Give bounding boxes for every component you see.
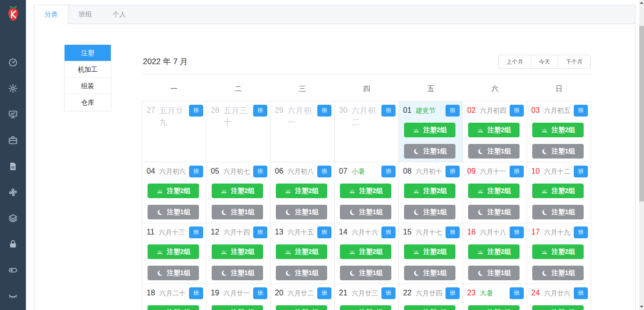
shift-badge[interactable]: 班 [381,166,396,177]
shift-badge[interactable]: 班 [510,287,524,299]
settings-icon[interactable] [0,75,26,101]
shift-badge[interactable]: 班 [574,226,588,238]
shift-badge[interactable]: 班 [574,287,588,299]
day-shift-button[interactable]: 注塑2组 [212,184,263,198]
monitor-chart-icon[interactable] [0,101,26,127]
day-shift-button[interactable]: 注塑2组 [468,184,520,198]
shift-badge[interactable]: 班 [446,287,460,299]
shift-badge[interactable]: 班 [317,287,331,299]
day-shift-button[interactable]: 注塑2组 [404,123,455,137]
night-shift-button[interactable]: 注塑1组 [468,266,520,280]
night-shift-button[interactable]: 注塑1组 [468,144,520,159]
night-shift-button[interactable]: 注塑1组 [148,205,199,219]
calendar-day-cell[interactable]: 09六月十一班注塑2组注塑1组 [463,162,527,223]
day-shift-button[interactable]: 注塑2组 [276,184,327,198]
today-button[interactable]: 今天 [531,55,558,69]
shift-badge[interactable]: 班 [253,105,267,117]
calendar-day-cell[interactable]: 28五月三十班 [206,101,271,162]
shift-badge[interactable]: 班 [189,226,203,238]
night-shift-button[interactable]: 注塑1组 [468,205,520,219]
shift-badge[interactable]: 班 [253,166,267,177]
night-shift-button[interactable]: 注塑1组 [212,266,263,280]
day-shift-button[interactable]: 注塑2组 [532,244,584,259]
calendar-day-cell[interactable]: 19六月廿一班注塑2组注塑1组 [206,284,271,310]
tab-category[interactable]: 分类 [34,5,68,24]
calendar-day-cell[interactable]: 03六月初五班注塑2组注塑1组 [527,101,591,162]
shift-badge[interactable]: 班 [189,105,203,117]
shift-badge[interactable]: 班 [189,287,203,299]
shift-badge[interactable]: 班 [317,166,331,177]
night-shift-button[interactable]: 注塑1组 [276,205,327,219]
calendar-day-cell[interactable]: 15六月十七班注塑2组注塑1组 [399,223,463,284]
day-shift-button[interactable]: 注塑2组 [532,305,584,310]
calendar-day-cell[interactable]: 24六月廿六班注塑2组注塑1组 [527,284,591,310]
lock-icon[interactable] [0,231,26,257]
calendar-day-cell[interactable]: 14六月十六班注塑2组注塑1组 [335,223,399,284]
scroll-down-button[interactable] [639,302,644,310]
shift-badge[interactable]: 班 [253,226,267,238]
shift-badge[interactable]: 班 [381,226,396,238]
calendar-day-cell[interactable]: 29六月初一班 [271,101,335,162]
day-shift-button[interactable]: 注塑2组 [532,184,584,198]
scrollbar-thumb[interactable] [639,26,644,201]
calendar-day-cell[interactable]: 13六月十五班注塑2组注塑1组 [271,223,335,284]
shift-badge[interactable]: 班 [381,287,396,299]
eye-closed-icon[interactable] [0,283,26,309]
tab-team[interactable]: 班组 [68,5,102,24]
layers-icon[interactable] [0,205,26,231]
calendar-day-cell[interactable]: 23大暑班注塑2组注塑1组 [463,284,527,310]
shift-badge[interactable]: 班 [381,105,396,117]
shift-badge[interactable]: 班 [446,226,460,238]
night-shift-button[interactable]: 注塑1组 [340,266,391,280]
day-shift-button[interactable]: 注塑2组 [404,184,455,198]
calendar-day-cell[interactable]: 10六月十二班注塑2组注塑1组 [527,162,591,223]
category-warehouse[interactable]: 仓库 [65,94,111,111]
puzzle-icon[interactable] [0,179,26,205]
day-shift-button[interactable]: 注塑2组 [148,244,199,259]
day-shift-button[interactable]: 注塑2组 [340,305,391,310]
shift-badge[interactable]: 班 [317,105,331,117]
calendar-day-cell[interactable]: 05六月初七班注塑2组注塑1组 [206,162,271,223]
document-icon[interactable] [0,153,26,179]
day-shift-button[interactable]: 注塑2组 [276,305,327,310]
calendar-day-cell[interactable]: 20六月廿二班注塑2组注塑1组 [271,284,335,310]
calendar-day-cell[interactable]: 17六月十九班注塑2组注塑1组 [527,223,591,284]
calendar-day-cell[interactable]: 27五月廿九班 [142,101,206,162]
calendar-day-cell[interactable]: 11六月十三班注塑2组注塑1组 [142,223,206,284]
shift-badge[interactable]: 班 [574,105,588,117]
shift-badge[interactable]: 班 [446,105,460,117]
day-shift-button[interactable]: 注塑2组 [276,244,327,259]
category-injection[interactable]: 注塑 [65,45,111,61]
calendar-day-cell[interactable]: 02六月初四班注塑2组注塑1组 [463,101,527,162]
night-shift-button[interactable]: 注塑1组 [532,266,584,280]
shift-badge[interactable]: 班 [510,105,524,117]
day-shift-button[interactable]: 注塑2组 [148,305,199,310]
calendar-day-cell[interactable]: 06六月初八班注塑2组注塑1组 [271,162,335,223]
app-logo[interactable] [0,0,26,26]
shift-badge[interactable]: 班 [510,166,524,177]
vertical-scrollbar[interactable] [639,0,644,310]
day-shift-button[interactable]: 注塑2组 [468,123,520,137]
night-shift-button[interactable]: 注塑1组 [404,144,455,159]
shift-badge[interactable]: 班 [510,226,524,238]
day-shift-button[interactable]: 注塑2组 [404,305,455,310]
day-shift-button[interactable]: 注塑2组 [404,244,455,259]
night-shift-button[interactable]: 注塑1组 [148,266,199,280]
night-shift-button[interactable]: 注塑1组 [404,205,455,219]
day-shift-button[interactable]: 注塑2组 [212,305,263,310]
shift-badge[interactable]: 班 [317,226,331,238]
calendar-day-cell[interactable]: 08六月初十班注塑2组注塑1组 [399,162,463,223]
calendar-day-cell[interactable]: 21六月廿三班注塑2组注塑1组 [335,284,399,310]
scroll-up-button[interactable] [639,0,644,8]
day-shift-button[interactable]: 注塑2组 [468,305,520,310]
night-shift-button[interactable]: 注塑1组 [340,205,391,219]
calendar-day-cell[interactable]: 18六月二十班注塑2组注塑1组 [142,284,206,310]
shift-badge[interactable]: 班 [446,166,460,177]
tab-personal[interactable]: 个人 [102,5,136,24]
category-machining[interactable]: 机加工 [65,61,111,78]
night-shift-button[interactable]: 注塑1组 [276,266,327,280]
night-shift-button[interactable]: 注塑1组 [532,205,584,219]
night-shift-button[interactable]: 注塑1组 [212,205,263,219]
shift-badge[interactable]: 班 [574,166,588,177]
shift-badge[interactable]: 班 [253,287,267,299]
